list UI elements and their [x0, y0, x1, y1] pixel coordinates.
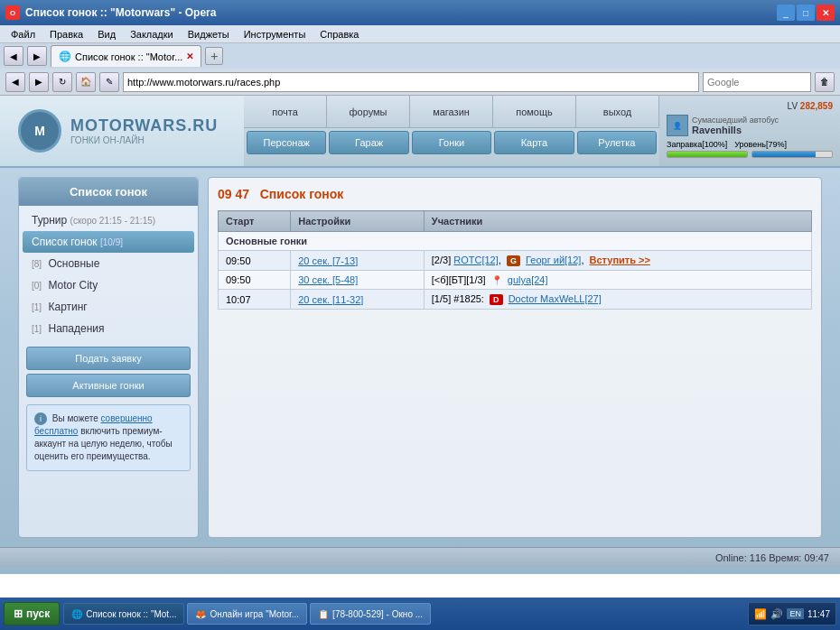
url-input[interactable] — [123, 72, 699, 92]
tab-close-icon[interactable]: ✕ — [186, 51, 193, 61]
nav-shop[interactable]: магазин — [410, 96, 493, 127]
sidebar-section: Турнир (скоро 21:15 - 21:15) Список гоно… — [19, 206, 198, 343]
sidebar-motorcity-label: Motor City — [48, 279, 98, 292]
nav-roulette[interactable]: Рулетка — [577, 131, 657, 154]
sidebar-racelist-count: [10/9] — [100, 237, 123, 247]
race-participants-3: [1/5] #1825: D Doctor MaxWeLL[27] — [424, 290, 811, 310]
logo-main: MOTORWARS.RU — [70, 116, 218, 135]
sidebar-item-basic[interactable]: [8] Основные — [23, 253, 194, 274]
taskbar-item-races[interactable]: 🌐 Список гонок :: "Mot... — [63, 603, 184, 625]
race-start-3: 10:07 — [219, 290, 291, 310]
windows-icon: ⊞ — [14, 607, 23, 620]
nav-garage[interactable]: Гараж — [329, 131, 408, 154]
sidebar-item-motorcity[interactable]: [0] Motor City — [23, 274, 194, 296]
page-background: M MOTORWARS.RU ГОНКИ ОН-ЛАЙН почта форум… — [0, 96, 840, 574]
sidebar-attacks-label: Нападения — [48, 322, 104, 335]
menu-edit[interactable]: Правка — [42, 25, 90, 42]
sidebar-info: i Вы можете совершенно бесплатно включит… — [26, 404, 191, 471]
trash-button[interactable]: 🗑 — [815, 72, 835, 92]
menu-widgets[interactable]: Виджеты — [181, 25, 237, 42]
nav-character[interactable]: Персонаж — [247, 131, 326, 154]
user-link-2[interactable]: gulya[24] — [508, 274, 548, 285]
nav-back-button[interactable]: ◀ — [4, 46, 23, 66]
race-start-1: 09:50 — [219, 251, 291, 271]
menu-view[interactable]: Вид — [90, 25, 123, 42]
nav-map[interactable]: Карта — [494, 131, 574, 154]
taskbar-item-motorwars[interactable]: 🦊 Онлайн игра "Motor... — [187, 603, 307, 625]
menu-bookmarks[interactable]: Закладки — [123, 25, 181, 42]
nav-logout[interactable]: выход — [576, 96, 659, 127]
nav-forward-button[interactable]: ▶ — [27, 46, 47, 66]
taskbar: ⊞ пуск 🌐 Список гонок :: "Mot... 🦊 Онлай… — [0, 598, 840, 630]
nav-help[interactable]: помощь — [493, 96, 576, 127]
nav-forums[interactable]: форумы — [327, 96, 410, 127]
race-participants-1: [2/3] ROTC[12], G Георг ий[12], Вступить… — [424, 251, 811, 271]
minimize-button[interactable]: _ — [777, 5, 795, 21]
join-link-1[interactable]: Вступить >> — [590, 255, 650, 265]
level-progress-bar — [751, 151, 833, 158]
active-races-button[interactable]: Активные гонки — [26, 374, 191, 397]
addr-edit-button[interactable]: ✎ — [99, 72, 119, 92]
addressbar: ◀ ▶ ↻ 🏠 ✎ 🗑 — [0, 69, 840, 96]
bottom-nav: Персонаж Гараж Гонки Карта Рулетка — [244, 128, 659, 157]
menu-tools[interactable]: Инструменты — [237, 25, 313, 42]
badge-d-1: D — [490, 294, 503, 305]
lang-indicator[interactable]: EN — [787, 608, 804, 619]
race-settings-link-2[interactable]: 30 сек. [5-48] — [298, 274, 358, 285]
logo-area: M MOTORWARS.RU ГОНКИ ОН-ЛАЙН — [0, 96, 244, 166]
new-tab-button[interactable]: + — [205, 47, 223, 65]
nav-area: почта форумы магазин помощь выход Персон… — [244, 96, 659, 166]
level-fill — [752, 152, 816, 157]
user-name-area: Сумасшедший автобус Ravenhills — [692, 116, 779, 135]
col-start: Старт — [219, 211, 291, 232]
tab-races[interactable]: 🌐 Список гонок :: "Motor... ✕ — [51, 45, 201, 67]
logo-sub: ГОНКИ ОН-ЛАЙН — [70, 135, 218, 145]
nav-mail[interactable]: почта — [244, 96, 327, 127]
taskbar-item-icon-1: 🌐 — [71, 609, 82, 619]
menu-file[interactable]: Файл — [4, 25, 42, 42]
statusbar: Online: 116 Время: 09:47 — [0, 547, 840, 567]
status-text: Online: 116 Время: 09:47 — [715, 552, 829, 563]
addr-home-button[interactable]: 🏠 — [76, 72, 96, 92]
race-panel-header: 09 47 Список гонок — [218, 187, 812, 201]
taskbar-item-icon-3: 📋 — [318, 609, 329, 619]
section-header-basic: Основные гонки — [219, 232, 812, 251]
taskbar-item-label-1: Список гонок :: "Mot... — [86, 609, 176, 619]
sidebar-item-tournament[interactable]: Турнир (скоро 21:15 - 21:15) — [23, 209, 194, 231]
sidebar-racelist-label: Список гонок — [32, 236, 98, 248]
site-header: M MOTORWARS.RU ГОНКИ ОН-ЛАЙН почта форум… — [0, 96, 840, 168]
race-settings-link-3[interactable]: 20 сек. [11-32] — [298, 294, 363, 305]
sidebar-karting-label: Картинг — [48, 301, 87, 313]
logo-circle: M — [18, 109, 61, 153]
clan-link-1[interactable]: ROTC[12] — [453, 255, 499, 265]
taskbar-sys-icon-1: 📶 — [754, 608, 767, 620]
lv-value: 282,859 — [800, 101, 833, 111]
submit-application-button[interactable]: Подать заявку — [26, 347, 191, 370]
user-link-1[interactable]: Георг ий[12] — [526, 255, 581, 265]
maximize-button[interactable]: □ — [797, 5, 815, 21]
race-settings-link-1[interactable]: 20 сек. [7-13] — [298, 255, 358, 266]
race-panel: 09 47 Список гонок Старт Настройки Участ… — [208, 177, 822, 538]
taskbar-item-window[interactable]: 📋 [78-800-529] - Окно ... — [310, 603, 431, 625]
user-link-3[interactable]: Doctor MaxWeLL[27] — [509, 293, 602, 304]
tab-icon: 🌐 — [59, 51, 71, 62]
addr-forward-button[interactable]: ▶ — [29, 72, 49, 92]
sidebar-item-attacks[interactable]: [1] Нападения — [23, 318, 194, 339]
fuel-bar-row: Заправка[100%] Уровень[79%] — [667, 140, 833, 158]
close-button[interactable]: ✕ — [817, 5, 835, 21]
start-button[interactable]: ⊞ пуск — [4, 602, 60, 625]
search-input[interactable] — [703, 72, 811, 92]
table-row: 09:50 20 сек. [7-13] [2/3] ROTC[12], G Г… — [219, 251, 812, 271]
addr-back-button[interactable]: ◀ — [5, 72, 25, 92]
username: Ravenhills — [692, 125, 779, 135]
taskbar-right: 📶 🔊 EN 11:47 — [748, 602, 836, 625]
sidebar-item-racelist[interactable]: Список гонок [10/9] — [23, 231, 194, 253]
sidebar-item-karting[interactable]: [1] Картинг — [23, 296, 194, 318]
race-settings-2: 30 сек. [5-48] — [291, 271, 425, 290]
addr-reload-button[interactable]: ↻ — [52, 72, 72, 92]
nav-races[interactable]: Гонки — [412, 131, 491, 154]
menu-help[interactable]: Справка — [313, 25, 366, 42]
taskbar-item-label-3: [78-800-529] - Окно ... — [332, 609, 423, 619]
race-panel-title: Список гонок — [260, 187, 344, 201]
top-nav: почта форумы магазин помощь выход — [244, 96, 659, 128]
